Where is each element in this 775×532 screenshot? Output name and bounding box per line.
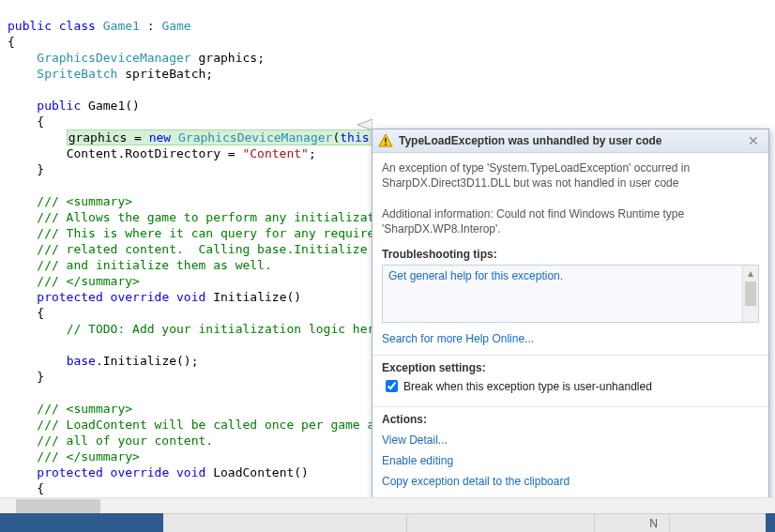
tips-scrollbar[interactable]: ▴ — [742, 266, 758, 322]
break-checkbox[interactable] — [386, 380, 398, 392]
comment: /// <summary> — [37, 402, 132, 416]
keyword: void — [176, 290, 205, 304]
exception-popup: TypeLoadException was unhandled by user … — [372, 129, 769, 521]
keyword: public — [8, 19, 52, 33]
keyword: protected — [37, 290, 102, 304]
code: ; — [309, 146, 316, 160]
status-col-label: N — [649, 517, 658, 530]
comment: // TODO: Add your initialization logic h… — [67, 322, 383, 336]
scroll-thumb[interactable] — [745, 281, 756, 306]
code: Content.RootDirectory = — [67, 146, 243, 160]
warning-icon — [378, 133, 393, 148]
brace: { — [37, 306, 44, 320]
comment: /// </summary> — [37, 449, 140, 464]
brace: { — [37, 481, 44, 495]
comment: /// all of your content. — [37, 433, 213, 448]
view-detail-link[interactable]: View Detail... — [382, 430, 759, 450]
break-checkbox-label: Break when this exception type is user-u… — [403, 380, 652, 393]
tips-box: Get general help for this exception. ▴ — [382, 265, 759, 323]
horizontal-scrollbar[interactable] — [0, 497, 775, 513]
brace: } — [37, 370, 44, 384]
identifier: Game1() — [88, 99, 140, 113]
keyword: public — [37, 99, 81, 113]
identifier: LoadContent() — [213, 465, 309, 479]
popup-message: An exception of type 'System.TypeLoadExc… — [372, 153, 768, 244]
svg-marker-0 — [357, 119, 372, 130]
identifier: spriteBatch; — [125, 67, 213, 81]
search-help-link[interactable]: Search for more Help Online... — [382, 332, 534, 345]
comment: /// LoadContent will be called once per … — [37, 418, 397, 432]
keyword: override — [111, 290, 170, 304]
current-statement-highlight: graphics = new GraphicsDeviceManager(thi… — [67, 129, 387, 145]
popup-header[interactable]: TypeLoadException was unhandled by user … — [372, 129, 768, 153]
settings-heading: Exception settings: — [382, 361, 759, 374]
string: "Content" — [242, 146, 308, 160]
comment: /// <summary> — [37, 194, 132, 208]
type: Game — [161, 19, 190, 33]
enable-editing-link[interactable]: Enable editing — [382, 450, 759, 471]
popup-title: TypeLoadException was unhandled by user … — [399, 134, 740, 147]
comment: /// Allows the game to perform any initi… — [37, 210, 397, 224]
close-icon[interactable]: ✕ — [746, 133, 761, 148]
code: .Initialize(); — [96, 354, 199, 368]
comment: /// and initialize them as well. — [37, 258, 271, 272]
popup-pointer — [357, 119, 372, 130]
keyword: override — [111, 465, 170, 479]
comment: /// This is where it can query for any r… — [37, 226, 397, 240]
exception-message: An exception of type 'System.TypeLoadExc… — [382, 160, 759, 190]
identifier: graphics; — [199, 51, 265, 65]
actions-heading: Actions: — [382, 413, 759, 426]
type: SpriteBatch — [37, 67, 117, 81]
identifier: Initialize() — [213, 290, 301, 304]
brace: { — [37, 114, 44, 129]
keyword: base — [67, 354, 96, 368]
tips-heading: Troubleshooting tips: — [382, 248, 759, 261]
brace: } — [37, 162, 44, 176]
brace: { — [8, 35, 15, 49]
scroll-thumb[interactable] — [16, 499, 100, 513]
break-checkbox-row[interactable]: Break when this exception type is user-u… — [382, 378, 759, 397]
type: GraphicsDeviceManager — [37, 51, 190, 65]
svg-rect-2 — [385, 138, 387, 143]
svg-rect-3 — [385, 144, 387, 145]
additional-info: Additional information: Could not find W… — [382, 206, 759, 236]
status-bar: N — [0, 513, 775, 532]
comment: /// </summary> — [37, 274, 140, 288]
tip-link[interactable]: Get general help for this exception. — [388, 269, 563, 282]
copy-detail-link[interactable]: Copy exception detail to the clipboard — [382, 471, 759, 492]
keyword: protected — [37, 465, 102, 479]
type: Game1 — [103, 19, 140, 33]
scroll-up-icon[interactable]: ▴ — [743, 266, 758, 281]
keyword: void — [176, 465, 205, 479]
comment: /// related content. Calling base.Initia… — [37, 242, 397, 256]
keyword: class — [59, 19, 96, 33]
